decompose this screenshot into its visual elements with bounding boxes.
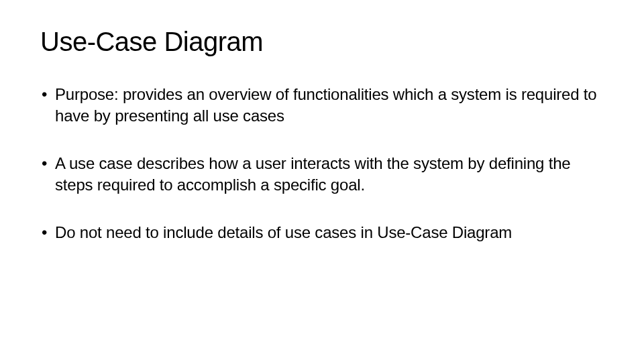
- slide-title: Use-Case Diagram: [40, 27, 604, 57]
- bullet-item: Do not need to include details of use ca…: [40, 222, 604, 243]
- bullet-list: Purpose: provides an overview of functio…: [40, 84, 604, 243]
- bullet-item: Purpose: provides an overview of functio…: [40, 84, 604, 127]
- slide-container: Use-Case Diagram Purpose: provides an ov…: [0, 0, 644, 296]
- bullet-item: A use case describes how a user interact…: [40, 153, 604, 196]
